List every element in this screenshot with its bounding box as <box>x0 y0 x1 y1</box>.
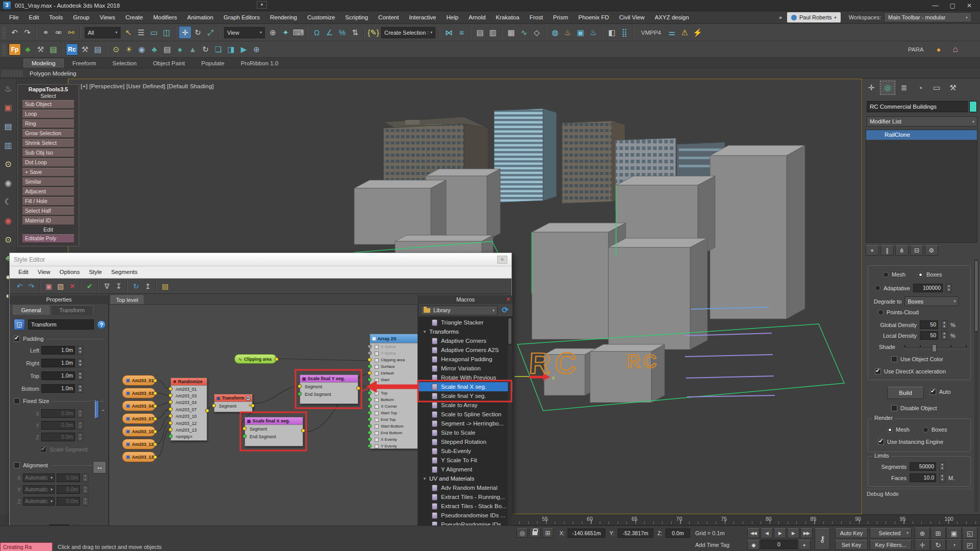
view-boxes-radio[interactable] <box>918 272 923 278</box>
se-export-icon[interactable]: ↥ <box>142 280 154 292</box>
macro-item-extract-tiles-running[interactable]: Extract Tiles - Running... <box>419 492 512 502</box>
global-density-field[interactable]: 50 <box>920 320 938 329</box>
select-and-link-icon[interactable]: ⚭ <box>39 26 52 39</box>
selection-lock-toggle[interactable] <box>529 528 541 538</box>
warning-icon[interactable]: ⚠ <box>678 26 691 39</box>
input-dot[interactable] <box>368 364 372 368</box>
node-name-field[interactable]: Transform <box>28 319 94 330</box>
node-array-2s[interactable]: ▦Array 2S X SplineY SplineClipping areaS… <box>370 334 418 449</box>
scene-explorer-icon[interactable]: ▤ <box>474 26 486 39</box>
macro-item-mirror-variation[interactable]: Mirror Variation <box>419 364 512 373</box>
transform-output-dot[interactable] <box>251 404 255 408</box>
local-density-field[interactable]: 50 <box>920 331 938 340</box>
reference-coordinate-dropdown[interactable]: View▾ <box>224 27 265 38</box>
render-boxes-radio[interactable] <box>923 427 928 433</box>
render-mesh-radio[interactable] <box>887 427 893 433</box>
input-dot[interactable] <box>168 428 173 432</box>
rappatools-button-fill-hole[interactable]: Fill / Hole <box>22 197 75 206</box>
keyboard-override-icon[interactable]: ⌨ <box>292 26 305 39</box>
se-menu-edit[interactable]: Edit <box>14 266 33 278</box>
display-tab-icon[interactable]: ▭ <box>929 81 944 95</box>
input-dot[interactable] <box>368 424 372 428</box>
go-end-button[interactable]: ▶▶ <box>800 528 813 538</box>
grid-dots-icon[interactable]: ⣿ <box>618 26 631 39</box>
macro-group-transforms[interactable]: ▼Transforms <box>419 327 512 336</box>
node-close-icon[interactable]: ✕ <box>246 396 250 400</box>
object-name-field[interactable]: RC Commercial Buildings <box>867 101 968 112</box>
segment-output-dot[interactable] <box>153 417 157 421</box>
auto-build-checkbox[interactable] <box>930 389 936 395</box>
rappatools-edit-label[interactable]: Edit <box>18 227 79 233</box>
add-time-tag[interactable]: Add Time Tag <box>695 542 729 548</box>
node-segment-am203-07[interactable]: ▣Am203_07 <box>122 413 156 424</box>
use-object-color-checkbox[interactable] <box>891 356 897 362</box>
help-button[interactable]: ? <box>97 320 106 329</box>
se-validate-icon[interactable]: ✔ <box>84 280 95 292</box>
segments-limit-field[interactable]: 50000 <box>910 462 936 471</box>
zoom-all-icon[interactable]: ⊞ <box>930 528 946 539</box>
unlink-selection-icon[interactable]: ⚮ <box>52 26 65 39</box>
input-dot[interactable] <box>368 417 372 421</box>
se-redo-icon[interactable]: ↷ <box>26 280 37 292</box>
segment-output-dot[interactable] <box>153 442 157 446</box>
dots-icon[interactable]: ⚌ <box>666 26 678 39</box>
remove-modifier-icon[interactable]: ⊟ <box>910 245 923 256</box>
zoom-region-icon[interactable]: ◱ <box>962 528 977 539</box>
make-unique-icon[interactable]: ⋔ <box>895 245 909 256</box>
disable-object-checkbox[interactable] <box>891 405 897 411</box>
align-field-y[interactable]: 0.0m <box>57 485 80 494</box>
slate-editor-icon[interactable]: ◧ <box>605 26 618 39</box>
image-icon[interactable]: ▣ <box>3 102 14 113</box>
field-y[interactable]: 0.0m <box>41 421 75 430</box>
macro-item-sub-evenly[interactable]: Sub-Evenly <box>419 446 512 456</box>
se-undo-icon[interactable]: ↶ <box>14 280 26 292</box>
rappatools-button-material-id[interactable]: Material ID <box>22 216 75 225</box>
next-frame-button[interactable]: ▶ <box>787 528 799 538</box>
expander-icon[interactable]: ▼ <box>423 330 427 334</box>
menu-tools[interactable]: Tools <box>44 11 68 23</box>
frame-step-button[interactable]: ▸ <box>798 540 811 550</box>
input-dot[interactable] <box>368 444 372 448</box>
select-and-scale-icon[interactable]: ⤢ <box>204 26 217 39</box>
spinner[interactable]: ▲▼ <box>77 371 83 380</box>
segments-limit-spinner[interactable]: ▲▼ <box>939 462 945 471</box>
macro-item-triangle-stacker[interactable]: Triangle Stacker <box>419 318 512 327</box>
spinner-snap-icon[interactable]: ⇅ <box>349 26 361 39</box>
macro-group-uv-and-materials[interactable]: ▼UV and Materials <box>419 474 512 483</box>
shade-slider[interactable] <box>903 344 968 352</box>
instancing-checkbox[interactable] <box>878 439 884 445</box>
library-dropdown[interactable]: Library▾ <box>421 306 498 315</box>
select-by-name-icon[interactable]: ☰ <box>135 26 148 39</box>
rappatools-button-loop[interactable]: Loop <box>22 110 75 118</box>
se-library-icon[interactable]: ▤ <box>159 280 171 292</box>
minimize-button[interactable]: — <box>933 2 939 9</box>
segment-output-dot[interactable] <box>153 430 157 434</box>
input-dot[interactable] <box>212 404 216 408</box>
field-right[interactable]: 1.0m <box>41 359 75 367</box>
workspace-dropdown[interactable]: Main Toolbar - modular▾ <box>884 12 972 22</box>
object-color-swatch[interactable] <box>969 101 977 112</box>
snaps-toggle-icon[interactable]: Ω <box>310 26 323 39</box>
rappatools-editable-poly-button[interactable]: Editable Poly <box>22 234 75 243</box>
input-dot[interactable] <box>368 391 372 395</box>
layer-explorer-icon[interactable]: ▥ <box>486 26 499 39</box>
degrade-to-dropdown[interactable]: Boxes▾ <box>904 296 959 306</box>
configure-modifier-icon[interactable]: ⚙ <box>925 245 938 256</box>
node-segment-am203-04[interactable]: ▣Am203_04 <box>122 400 156 411</box>
macro-item-scale-to-array[interactable]: Scale to Array <box>419 400 512 410</box>
input-dot[interactable] <box>168 414 173 418</box>
rappatools-button-save[interactable]: + Save <box>22 168 75 177</box>
key-mode-toggle[interactable]: ◆ <box>747 540 760 550</box>
spinner[interactable]: ▲▼ <box>77 433 83 441</box>
railclone-list-icon[interactable]: ▤ <box>91 43 104 56</box>
se-menu-options[interactable]: Options <box>55 266 85 278</box>
se-import-icon[interactable]: ↧ <box>113 280 125 292</box>
input-dot[interactable] <box>168 393 173 397</box>
expander-icon[interactable]: ▼ <box>423 477 427 481</box>
segment-output-dot[interactable] <box>153 391 157 395</box>
forest-tools-icon[interactable]: ⚒ <box>34 43 47 56</box>
video-camera-icon[interactable]: ◉ <box>3 215 14 226</box>
maxscript-mini-listener[interactable]: Creating Ra <box>0 542 53 551</box>
ribbon-toggle-icon[interactable]: ▦ <box>505 26 518 39</box>
forest-pack-button[interactable]: Fp <box>9 43 21 56</box>
